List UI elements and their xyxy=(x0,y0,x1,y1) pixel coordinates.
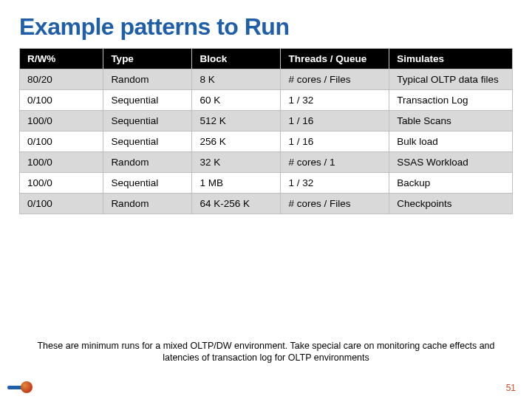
slide-title: Example patterns to Run xyxy=(19,13,513,41)
cell-rw: 100/0 xyxy=(20,152,103,173)
cell-sim: Transaction Log xyxy=(389,90,513,111)
cell-sim: Checkpoints xyxy=(389,194,513,214)
table-row: 100/0 Sequential 512 K 1 / 16 Table Scan… xyxy=(20,111,513,132)
cell-block: 256 K xyxy=(192,132,281,152)
cell-tq: 1 / 16 xyxy=(281,111,389,132)
table-header-row: R/W% Type Block Threads / Queue Simulate… xyxy=(20,49,513,69)
cell-type: Sequential xyxy=(103,173,192,194)
table-row: 80/20 Random 8 K # cores / Files Typical… xyxy=(20,69,513,90)
cell-block: 8 K xyxy=(192,69,281,90)
brand-logo xyxy=(7,380,33,395)
cell-rw: 0/100 xyxy=(20,132,103,152)
cell-tq: 1 / 32 xyxy=(281,173,389,194)
table-row: 100/0 Sequential 1 MB 1 / 32 Backup xyxy=(20,173,513,194)
table-row: 0/100 Sequential 256 K 1 / 16 Bulk load xyxy=(20,132,513,152)
cell-tq: # cores / Files xyxy=(281,69,389,90)
table-row: 0/100 Sequential 60 K 1 / 32 Transaction… xyxy=(20,90,513,111)
footnote-text: These are minimum runs for a mixed OLTP/… xyxy=(30,340,502,364)
cell-rw: 100/0 xyxy=(20,111,103,132)
cell-block: 32 K xyxy=(192,152,281,173)
col-threads: Threads / Queue xyxy=(281,49,389,69)
cell-rw: 80/20 xyxy=(20,69,103,90)
cell-rw: 0/100 xyxy=(20,194,103,214)
cell-type: Sequential xyxy=(103,111,192,132)
patterns-table: R/W% Type Block Threads / Queue Simulate… xyxy=(19,48,513,214)
cell-block: 512 K xyxy=(192,111,281,132)
table-row: 0/100 Random 64 K-256 K # cores / Files … xyxy=(20,194,513,214)
cell-tq: # cores / 1 xyxy=(281,152,389,173)
col-type: Type xyxy=(103,49,192,69)
cell-sim: Typical OLTP data files xyxy=(389,69,513,90)
col-block: Block xyxy=(192,49,281,69)
cell-sim: SSAS Workload xyxy=(389,152,513,173)
cell-type: Random xyxy=(103,194,192,214)
cell-block: 60 K xyxy=(192,90,281,111)
slide: Example patterns to Run R/W% Type Block … xyxy=(0,0,532,399)
cell-tq: # cores / Files xyxy=(281,194,389,214)
cell-sim: Backup xyxy=(389,173,513,194)
table-row: 100/0 Random 32 K # cores / 1 SSAS Workl… xyxy=(20,152,513,173)
cell-block: 64 K-256 K xyxy=(192,194,281,214)
col-simulates: Simulates xyxy=(389,49,513,69)
logo-globe-icon xyxy=(21,381,33,393)
cell-type: Sequential xyxy=(103,132,192,152)
cell-tq: 1 / 32 xyxy=(281,90,389,111)
cell-rw: 100/0 xyxy=(20,173,103,194)
cell-type: Sequential xyxy=(103,90,192,111)
cell-block: 1 MB xyxy=(192,173,281,194)
cell-rw: 0/100 xyxy=(20,90,103,111)
cell-sim: Bulk load xyxy=(389,132,513,152)
col-rw: R/W% xyxy=(20,49,103,69)
cell-type: Random xyxy=(103,152,192,173)
page-number: 51 xyxy=(506,383,516,393)
cell-type: Random xyxy=(103,69,192,90)
cell-sim: Table Scans xyxy=(389,111,513,132)
cell-tq: 1 / 16 xyxy=(281,132,389,152)
